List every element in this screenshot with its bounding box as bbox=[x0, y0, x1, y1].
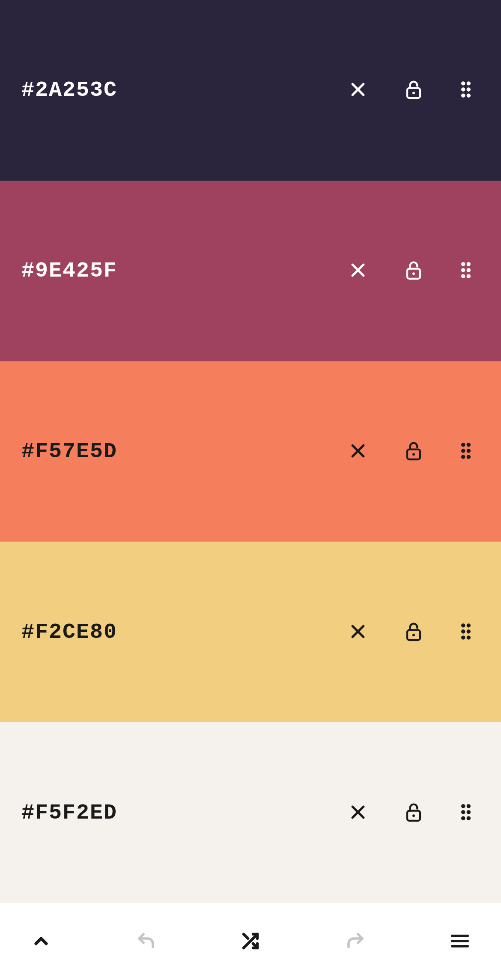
svg-point-45 bbox=[467, 804, 470, 808]
lock-color-button[interactable] bbox=[402, 798, 426, 827]
color-hex-label[interactable]: #9E425F bbox=[21, 259, 345, 283]
svg-point-49 bbox=[467, 816, 470, 820]
drag-handle[interactable] bbox=[456, 257, 475, 284]
drag-handle-icon bbox=[460, 80, 472, 100]
svg-point-8 bbox=[462, 94, 465, 98]
svg-point-23 bbox=[412, 453, 415, 456]
chevron-up-icon bbox=[31, 931, 51, 953]
svg-point-19 bbox=[467, 274, 470, 278]
drag-handle[interactable] bbox=[456, 77, 475, 104]
svg-point-36 bbox=[462, 630, 465, 633]
drag-handle-icon bbox=[460, 261, 472, 281]
svg-point-24 bbox=[462, 443, 465, 447]
drag-handle-icon bbox=[460, 803, 472, 823]
svg-point-3 bbox=[412, 92, 415, 95]
drag-handle[interactable] bbox=[456, 619, 475, 646]
remove-color-button[interactable] bbox=[345, 799, 371, 826]
drag-handle-icon bbox=[460, 441, 472, 462]
remove-color-button[interactable] bbox=[345, 257, 371, 284]
color-row-4[interactable]: #F5F2ED bbox=[0, 722, 501, 903]
row-actions bbox=[345, 798, 480, 827]
svg-point-27 bbox=[467, 449, 470, 453]
lock-color-button[interactable] bbox=[402, 437, 426, 466]
svg-point-15 bbox=[467, 262, 470, 266]
svg-point-5 bbox=[467, 82, 470, 85]
svg-point-6 bbox=[462, 88, 465, 91]
svg-point-37 bbox=[467, 630, 470, 633]
svg-point-28 bbox=[462, 455, 465, 459]
color-row-1[interactable]: #9E425F bbox=[0, 181, 501, 361]
svg-point-7 bbox=[467, 88, 470, 91]
remove-color-button[interactable] bbox=[345, 77, 371, 104]
close-icon bbox=[349, 261, 367, 281]
svg-point-14 bbox=[462, 262, 465, 266]
svg-point-35 bbox=[467, 624, 470, 627]
lock-color-button[interactable] bbox=[402, 76, 426, 104]
close-icon bbox=[349, 80, 367, 100]
svg-point-25 bbox=[467, 443, 470, 447]
redo-button[interactable] bbox=[340, 926, 371, 958]
row-actions bbox=[345, 618, 480, 646]
color-row-2[interactable]: #F57E5D bbox=[0, 361, 501, 542]
undo-button[interactable] bbox=[131, 926, 161, 958]
remove-color-button[interactable] bbox=[345, 619, 371, 646]
svg-point-39 bbox=[467, 636, 470, 639]
svg-point-9 bbox=[467, 94, 470, 98]
expand-up-button[interactable] bbox=[26, 926, 57, 958]
unlock-icon bbox=[405, 621, 422, 643]
color-hex-label[interactable]: #2A253C bbox=[21, 78, 345, 102]
svg-line-51 bbox=[244, 934, 248, 938]
svg-point-43 bbox=[412, 814, 415, 817]
bottom-toolbar bbox=[0, 903, 501, 980]
close-icon bbox=[349, 622, 367, 642]
svg-point-18 bbox=[462, 274, 465, 278]
drag-handle-icon bbox=[460, 622, 472, 642]
row-actions bbox=[345, 437, 480, 466]
svg-point-26 bbox=[462, 449, 465, 453]
redo-icon bbox=[345, 931, 366, 953]
row-actions bbox=[345, 256, 480, 285]
close-icon bbox=[349, 441, 367, 462]
palette-container: #2A253C #9E425F bbox=[0, 0, 501, 903]
svg-point-48 bbox=[462, 816, 465, 820]
unlock-icon bbox=[405, 802, 422, 824]
lock-color-button[interactable] bbox=[402, 618, 426, 646]
unlock-icon bbox=[405, 79, 422, 101]
svg-point-4 bbox=[462, 82, 465, 85]
svg-point-34 bbox=[462, 624, 465, 627]
menu-icon bbox=[450, 931, 470, 953]
unlock-icon bbox=[405, 260, 422, 282]
menu-button[interactable] bbox=[444, 926, 475, 958]
color-hex-label[interactable]: #F5F2ED bbox=[21, 801, 345, 825]
color-row-3[interactable]: #F2CE80 bbox=[0, 542, 501, 722]
svg-point-29 bbox=[467, 455, 470, 459]
svg-point-44 bbox=[462, 804, 465, 808]
drag-handle[interactable] bbox=[456, 799, 475, 826]
shuffle-icon bbox=[240, 931, 261, 953]
close-icon bbox=[349, 803, 367, 823]
svg-point-33 bbox=[412, 634, 415, 636]
svg-point-13 bbox=[412, 273, 415, 275]
color-hex-label[interactable]: #F2CE80 bbox=[21, 620, 345, 644]
color-row-0[interactable]: #2A253C bbox=[0, 0, 501, 181]
remove-color-button[interactable] bbox=[345, 438, 371, 465]
svg-point-16 bbox=[462, 268, 465, 272]
unlock-icon bbox=[405, 441, 422, 462]
color-hex-label[interactable]: #F57E5D bbox=[21, 439, 345, 464]
lock-color-button[interactable] bbox=[402, 256, 426, 285]
row-actions bbox=[345, 76, 480, 104]
drag-handle[interactable] bbox=[456, 438, 475, 465]
svg-point-46 bbox=[462, 810, 465, 814]
svg-point-47 bbox=[467, 810, 470, 814]
shuffle-button[interactable] bbox=[235, 926, 266, 958]
svg-point-38 bbox=[462, 636, 465, 639]
svg-point-17 bbox=[467, 268, 470, 272]
undo-icon bbox=[136, 931, 156, 953]
